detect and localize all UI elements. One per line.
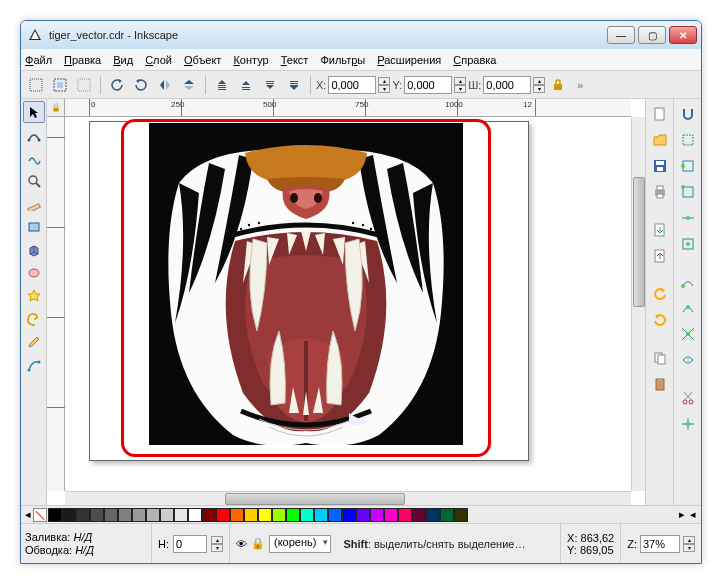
swatch-20[interactable] bbox=[328, 508, 342, 522]
snap-path-icon[interactable] bbox=[677, 297, 699, 319]
zoom-down[interactable]: ▾ bbox=[683, 544, 695, 552]
swatch-10[interactable] bbox=[188, 508, 202, 522]
snap-node-icon[interactable] bbox=[677, 271, 699, 293]
swatch-15[interactable] bbox=[258, 508, 272, 522]
opacity-input[interactable]: 0 bbox=[173, 535, 207, 553]
cut-icon[interactable] bbox=[677, 387, 699, 409]
swatch-3[interactable] bbox=[90, 508, 104, 522]
import-icon[interactable] bbox=[649, 219, 671, 241]
swatch-4[interactable] bbox=[104, 508, 118, 522]
scrollbar-horizontal[interactable] bbox=[65, 491, 631, 505]
swatch-12[interactable] bbox=[216, 508, 230, 522]
measure-tool[interactable] bbox=[23, 193, 45, 215]
swatch-1[interactable] bbox=[62, 508, 76, 522]
save-icon[interactable] bbox=[649, 155, 671, 177]
paste-icon[interactable] bbox=[649, 373, 671, 395]
print-icon[interactable] bbox=[649, 181, 671, 203]
palette-menu-icon[interactable]: ◂ bbox=[687, 508, 699, 521]
y-spin-down[interactable]: ▾ bbox=[454, 85, 466, 93]
layer-visibility-icon[interactable]: 👁 bbox=[236, 538, 247, 550]
flip-h-icon[interactable] bbox=[154, 74, 176, 96]
swatch-17[interactable] bbox=[286, 508, 300, 522]
snap-midpoint-icon[interactable] bbox=[677, 207, 699, 229]
scrollbar-vertical[interactable] bbox=[631, 117, 645, 491]
snap-origin-icon[interactable] bbox=[677, 413, 699, 435]
layer-lock-icon[interactable]: 🔒 bbox=[251, 537, 265, 550]
swatch-22[interactable] bbox=[356, 508, 370, 522]
pencil-tool[interactable] bbox=[23, 331, 45, 353]
3dbox-tool[interactable] bbox=[23, 239, 45, 261]
menu-path[interactable]: Контур bbox=[233, 54, 268, 66]
rotate-ccw-icon[interactable] bbox=[106, 74, 128, 96]
menu-help[interactable]: Справка bbox=[453, 54, 496, 66]
lower-icon[interactable] bbox=[259, 74, 281, 96]
selector-tool[interactable] bbox=[23, 101, 45, 123]
palette-scroll-right[interactable]: ▸ bbox=[677, 508, 687, 521]
spiral-tool[interactable] bbox=[23, 308, 45, 330]
snap-corner-icon[interactable] bbox=[677, 181, 699, 203]
snap-intersection-icon[interactable] bbox=[677, 323, 699, 345]
menu-file[interactable]: Файл bbox=[25, 54, 52, 66]
swatch-24[interactable] bbox=[384, 508, 398, 522]
w-input[interactable]: 0,000 bbox=[483, 76, 531, 94]
ruler-vertical[interactable] bbox=[47, 117, 65, 491]
swatch-25[interactable] bbox=[398, 508, 412, 522]
swatch-21[interactable] bbox=[342, 508, 356, 522]
snap-icon[interactable] bbox=[677, 103, 699, 125]
swatch-27[interactable] bbox=[426, 508, 440, 522]
flip-v-icon[interactable] bbox=[178, 74, 200, 96]
new-doc-icon[interactable] bbox=[649, 103, 671, 125]
snap-edge-icon[interactable] bbox=[677, 155, 699, 177]
w-spin-up[interactable]: ▴ bbox=[533, 77, 545, 85]
rect-tool[interactable] bbox=[23, 216, 45, 238]
select-all-icon[interactable] bbox=[49, 74, 71, 96]
swatch-9[interactable] bbox=[174, 508, 188, 522]
swatch-28[interactable] bbox=[440, 508, 454, 522]
y-input[interactable]: 0,000 bbox=[404, 76, 452, 94]
swatch-16[interactable] bbox=[272, 508, 286, 522]
swatch-29[interactable] bbox=[454, 508, 468, 522]
ellipse-tool[interactable] bbox=[23, 262, 45, 284]
canvas-viewport[interactable] bbox=[65, 117, 631, 491]
menu-extensions[interactable]: Расширения bbox=[377, 54, 441, 66]
swatch-14[interactable] bbox=[244, 508, 258, 522]
toolbar-overflow-icon[interactable]: » bbox=[571, 79, 589, 91]
copy-icon[interactable] bbox=[649, 347, 671, 369]
x-spin-down[interactable]: ▾ bbox=[378, 85, 390, 93]
swatch-13[interactable] bbox=[230, 508, 244, 522]
snap-smooth-icon[interactable] bbox=[677, 349, 699, 371]
redo-icon[interactable] bbox=[649, 309, 671, 331]
swatch-18[interactable] bbox=[300, 508, 314, 522]
menu-layer[interactable]: Слой bbox=[145, 54, 172, 66]
swatch-0[interactable] bbox=[48, 508, 62, 522]
swatch-5[interactable] bbox=[118, 508, 132, 522]
w-spin-down[interactable]: ▾ bbox=[533, 85, 545, 93]
swatch-11[interactable] bbox=[202, 508, 216, 522]
swatch-7[interactable] bbox=[146, 508, 160, 522]
raise-top-icon[interactable] bbox=[211, 74, 233, 96]
snap-bbox-icon[interactable] bbox=[677, 129, 699, 151]
palette-scroll-left[interactable]: ◂ bbox=[23, 508, 33, 521]
open-icon[interactable] bbox=[649, 129, 671, 151]
star-tool[interactable] bbox=[23, 285, 45, 307]
bezier-tool[interactable] bbox=[23, 354, 45, 376]
select-all-layers-icon[interactable] bbox=[25, 74, 47, 96]
minimize-button[interactable]: — bbox=[607, 26, 635, 44]
lock-aspect-icon[interactable] bbox=[547, 74, 569, 96]
layer-selector[interactable]: (корень) bbox=[269, 535, 331, 553]
export-icon[interactable] bbox=[649, 245, 671, 267]
swatch-2[interactable] bbox=[76, 508, 90, 522]
zoom-tool[interactable] bbox=[23, 170, 45, 192]
ruler-origin[interactable]: 🔒 bbox=[47, 99, 65, 117]
menu-object[interactable]: Объект bbox=[184, 54, 221, 66]
swatch-26[interactable] bbox=[412, 508, 426, 522]
menu-filters[interactable]: Фильтры bbox=[320, 54, 365, 66]
x-input[interactable]: 0,000 bbox=[328, 76, 376, 94]
swatch-8[interactable] bbox=[160, 508, 174, 522]
zoom-up[interactable]: ▴ bbox=[683, 536, 695, 544]
snap-center-icon[interactable] bbox=[677, 233, 699, 255]
x-spin-up[interactable]: ▴ bbox=[378, 77, 390, 85]
tweak-tool[interactable] bbox=[23, 147, 45, 169]
swatch-23[interactable] bbox=[370, 508, 384, 522]
undo-icon[interactable] bbox=[649, 283, 671, 305]
